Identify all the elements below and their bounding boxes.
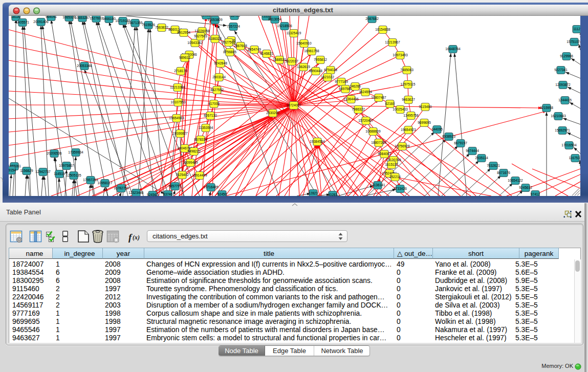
svg-text:15720407: 15720407	[358, 119, 374, 122]
svg-text:8186328: 8186328	[208, 37, 222, 40]
svg-text:18724007: 18724007	[286, 103, 301, 107]
svg-text:9474444: 9474444	[466, 149, 479, 152]
svg-text:16648784: 16648784	[445, 47, 461, 51]
svg-text:10975867: 10975867	[59, 164, 74, 167]
svg-text:16782759: 16782759	[114, 186, 129, 190]
svg-text:17359934: 17359934	[68, 150, 83, 154]
svg-text:16961758: 16961758	[304, 49, 319, 53]
svg-text:924561: 924561	[147, 193, 158, 196]
svg-text:21364436: 21364436	[343, 97, 359, 101]
svg-text:19166827: 19166827	[172, 132, 188, 135]
svg-text:1588520: 1588520	[273, 58, 286, 61]
svg-text:144095: 144095	[431, 127, 443, 131]
svg-text:18130: 18130	[11, 16, 21, 18]
svg-text:16053809: 16053809	[207, 18, 223, 21]
svg-text:1527602: 1527602	[90, 16, 103, 20]
svg-text:9777169: 9777169	[335, 80, 348, 83]
svg-text:15640910: 15640910	[296, 41, 312, 45]
svg-text:8427552: 8427552	[210, 88, 224, 92]
svg-text:7485063: 7485063	[400, 68, 413, 72]
svg-text:16210643: 16210643	[551, 114, 566, 118]
svg-text:10654122: 10654122	[508, 179, 523, 182]
svg-text:13495758: 13495758	[403, 114, 419, 117]
svg-text:2803144: 2803144	[212, 75, 226, 79]
svg-text:6679197: 6679197	[454, 141, 467, 145]
svg-text:6466160: 6466160	[102, 17, 116, 20]
svg-text:9857791: 9857791	[168, 184, 182, 188]
svg-text:10756928: 10756928	[395, 144, 410, 148]
svg-text:8912954: 8912954	[177, 31, 190, 34]
svg-text:14136141: 14136141	[370, 183, 385, 187]
svg-text:2935114: 2935114	[475, 156, 488, 160]
svg-text:1112: 1112	[573, 27, 580, 31]
svg-text:7515526: 7515526	[142, 23, 155, 27]
svg-text:10543382: 10543382	[187, 41, 203, 45]
svg-text:989612: 989612	[179, 56, 190, 59]
svg-text:6794028: 6794028	[324, 68, 337, 72]
svg-text:7563822: 7563822	[155, 26, 168, 29]
svg-text:1156829: 1156829	[20, 169, 33, 172]
svg-text:8454749: 8454749	[248, 48, 261, 51]
svg-text:17957253: 17957253	[83, 178, 98, 182]
svg-text:2330202: 2330202	[266, 111, 279, 115]
svg-text:8471676: 8471676	[497, 171, 510, 174]
svg-text:417006: 417006	[208, 102, 220, 105]
svg-text:15751074: 15751074	[567, 40, 580, 43]
svg-text:62160: 62160	[385, 102, 395, 105]
svg-text:16154838: 16154838	[375, 28, 390, 31]
svg-text:20206536: 20206536	[47, 151, 62, 155]
svg-text:20091406: 20091406	[33, 20, 49, 24]
svg-text:f: f	[128, 232, 133, 243]
svg-text:8813054: 8813054	[268, 17, 281, 21]
svg-text:5498222: 5498222	[187, 149, 201, 153]
svg-text:7357224: 7357224	[227, 25, 240, 28]
svg-text:10107553: 10107553	[170, 100, 186, 104]
svg-text:1167531: 1167531	[569, 156, 580, 160]
svg-text:40283: 40283	[328, 193, 338, 196]
svg-text:83746: 83746	[163, 192, 173, 196]
svg-text:1065328: 1065328	[62, 16, 76, 19]
svg-text:19218506: 19218506	[277, 24, 292, 28]
svg-text:9245612: 9245612	[519, 186, 532, 189]
svg-text:10653287: 10653287	[75, 16, 90, 19]
svg-text:746266: 746266	[350, 84, 361, 88]
svg-text:10688609: 10688609	[365, 129, 381, 133]
svg-text:8756885: 8756885	[223, 50, 236, 54]
svg-text:12823: 12823	[309, 191, 318, 195]
svg-text:39154: 39154	[9, 168, 16, 172]
svg-text:7986322: 7986322	[352, 107, 365, 111]
svg-text:1733426: 1733426	[394, 187, 407, 190]
svg-text:7955812: 7955812	[314, 58, 327, 61]
svg-text:16914479: 16914479	[192, 173, 207, 177]
svg-text:8990448: 8990448	[309, 69, 322, 73]
svg-text:97412: 97412	[531, 192, 540, 196]
svg-text:1405571: 1405571	[16, 20, 29, 24]
svg-text:12505135: 12505135	[66, 173, 81, 177]
svg-text:9463627: 9463627	[402, 98, 415, 101]
svg-text:12323446: 12323446	[128, 191, 144, 194]
svg-text:18807249: 18807249	[371, 141, 386, 144]
svg-text:1615112: 1615112	[385, 163, 398, 166]
svg-text:11353594: 11353594	[199, 126, 213, 129]
svg-text:2867608: 2867608	[234, 44, 247, 48]
svg-text:15692971: 15692971	[555, 128, 570, 132]
svg-text:7632621: 7632621	[487, 164, 500, 167]
svg-text:9115460: 9115460	[419, 105, 432, 108]
svg-text:8678334: 8678334	[194, 138, 207, 141]
svg-text:7625402: 7625402	[176, 173, 189, 177]
svg-text:16099489: 16099489	[183, 161, 198, 164]
svg-text:12975115: 12975115	[401, 82, 416, 86]
svg-text:12942737: 12942737	[35, 170, 51, 173]
svg-text:964041: 964041	[46, 16, 57, 18]
svg-text:8215958: 8215958	[540, 106, 553, 110]
svg-text:9242848: 9242848	[214, 61, 227, 65]
svg-text:8267130: 8267130	[204, 114, 217, 117]
svg-text:12213967: 12213967	[385, 40, 400, 44]
svg-text:252214: 252214	[389, 175, 401, 179]
svg-text:(x): (x)	[133, 234, 140, 241]
svg-text:17016504: 17016504	[561, 143, 577, 147]
svg-text:12093872: 12093872	[555, 83, 571, 86]
svg-text:9146821: 9146821	[260, 52, 273, 55]
svg-text:11325419: 11325419	[287, 31, 301, 35]
svg-text:10958117: 10958117	[98, 181, 113, 185]
